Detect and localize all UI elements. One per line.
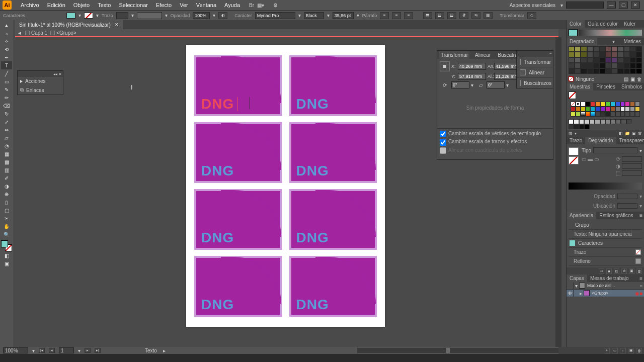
gpu-icon[interactable]: ⚙	[273, 3, 278, 8]
trash-icon[interactable]: 🗑	[636, 348, 642, 353]
eraser-tool[interactable]: ⌫	[1, 102, 12, 110]
fill-stroke-indicator[interactable]	[1, 240, 12, 251]
stub-transform[interactable]: Transformar	[517, 57, 553, 67]
tab-apariencia[interactable]: Apariencia	[567, 212, 596, 219]
y-field[interactable]: 57,918 mm	[458, 73, 486, 80]
locate-icon[interactable]: ⌖	[604, 348, 610, 353]
chevron-right-icon[interactable]: ▸	[163, 348, 166, 353]
blend-tool[interactable]: ◑	[1, 182, 12, 190]
chevron-down-icon[interactable]: ▾	[298, 13, 301, 18]
spread-field[interactable]	[622, 170, 642, 176]
gradient-stroke-icon1[interactable]: ▭	[582, 156, 586, 162]
recolor-icon[interactable]: ◐	[218, 12, 227, 19]
appearance-stroke[interactable]: Trazo	[569, 248, 642, 257]
scale-tool[interactable]: ⤢	[1, 118, 12, 126]
dup-icon[interactable]: ▣	[629, 268, 634, 274]
menu-ver[interactable]: Ver	[176, 2, 192, 8]
chevron-down-icon[interactable]: ▾	[131, 13, 134, 18]
layer-row-iso[interactable]: ▾ Modo de aisl... ○	[567, 282, 644, 290]
stroke-none-icon[interactable]	[635, 249, 641, 255]
gradient-slider[interactable]	[569, 183, 642, 190]
rotate-tool[interactable]: ↻	[1, 110, 12, 118]
angle-field[interactable]: 0°	[451, 81, 469, 88]
artboard[interactable]: DNG DNG DNG DNG DNG DNG DNG DNG	[186, 45, 385, 327]
menu-ayuda[interactable]: Ayuda	[220, 2, 244, 8]
eyedropper-tool[interactable]: ✐	[1, 174, 12, 182]
trash-icon[interactable]: 🗑	[636, 268, 642, 274]
tile-5[interactable]: DNG	[194, 189, 282, 250]
paintbrush-tool[interactable]: ✎	[1, 85, 12, 94]
stub-pathfinder[interactable]: Buscatrazos	[517, 78, 553, 88]
tab-transformar[interactable]: Transformar	[439, 51, 469, 59]
menu-icon[interactable]: ≡	[549, 51, 552, 57]
align-left-icon[interactable]: ≡	[380, 12, 389, 19]
document-tab[interactable]: Sin título-1* al 100% (RGB/Previsualizar…	[15, 20, 123, 29]
collapse-icon[interactable]: ◂◂	[53, 72, 57, 76]
type-tool[interactable]: T	[1, 61, 12, 69]
menu-edicion[interactable]: Edición	[43, 2, 69, 8]
fill-swatch[interactable]	[66, 13, 75, 19]
font-style-field[interactable]: Black	[304, 12, 324, 19]
distribute-v-icon[interactable]: ⇆	[471, 12, 480, 19]
horizontal-scrollbar[interactable]	[357, 348, 558, 353]
layer-row-group[interactable]: 👁 ▸ <Grupo> ◉■	[567, 290, 644, 297]
make-clip-icon[interactable]: ▭	[612, 348, 618, 353]
fill-color-icon[interactable]	[1, 240, 8, 247]
zoom-tool[interactable]: 🔍	[1, 230, 12, 238]
trash-icon[interactable]: 🗑	[637, 76, 642, 82]
valign-mid-icon[interactable]: ⬓	[435, 12, 444, 19]
actions-panel[interactable]: ◂◂✕ Acciones ⧉Enlaces	[17, 70, 63, 95]
zoom-field[interactable]: 100%	[3, 347, 28, 353]
target-icon[interactable]: ◉■	[635, 291, 644, 296]
trash-icon[interactable]: 🗑	[638, 131, 642, 136]
workspace-switcher[interactable]: Aspectos esenciales	[508, 3, 557, 8]
width-tool[interactable]: ⇔	[1, 126, 12, 134]
disclosure-icon[interactable]: ▾	[575, 283, 578, 289]
swatch-kind-icon[interactable]: ▾	[575, 131, 577, 136]
next-artboard-icon[interactable]: ▸	[85, 348, 91, 353]
angle-field[interactable]	[622, 156, 642, 162]
tab-symbols[interactable]: Símbolos	[618, 83, 644, 90]
swatches-panel[interactable]	[567, 90, 644, 130]
tile-7[interactable]: DNG	[194, 256, 282, 317]
tab-transparencia[interactable]: Transparencia	[616, 137, 644, 144]
menu-archivo[interactable]: Archivo	[17, 2, 43, 8]
chevron-down-icon[interactable]: ▾	[96, 13, 99, 18]
shear-field[interactable]: 0°	[487, 81, 505, 88]
menu-texto[interactable]: Texto	[94, 2, 115, 8]
tab-colorguide[interactable]: Guía de color	[585, 20, 621, 28]
new-fill-icon[interactable]: ■	[606, 268, 612, 274]
stroke-swatch[interactable]	[84, 13, 93, 19]
swatch-options-icon[interactable]: ◧	[619, 131, 623, 136]
shape-builder-tool[interactable]: ◔	[1, 142, 12, 150]
chevron-down-icon[interactable]: ▾	[213, 13, 215, 18]
chevron-down-icon[interactable]: ▾	[32, 348, 35, 353]
gradient-tool[interactable]: ▥	[1, 166, 12, 174]
artboard-number[interactable]: 1	[59, 347, 74, 353]
chevron-down-icon[interactable]: ▾	[78, 348, 80, 353]
fill-color-swatch[interactable]	[569, 29, 578, 36]
chevron-down-icon[interactable]: ▾	[357, 13, 359, 18]
visibility-icon[interactable]: 👁	[567, 290, 574, 297]
bridge-icon[interactable]: Br	[249, 3, 254, 8]
tile-3[interactable]: DNG	[194, 122, 282, 183]
lasso-tool[interactable]: ⟲	[1, 45, 12, 53]
gradient-type-field[interactable]	[593, 147, 637, 153]
paragraph-label[interactable]: Párrafo	[362, 13, 377, 18]
disclosure-icon[interactable]: ▸	[580, 291, 582, 296]
target-icon[interactable]: ○	[639, 283, 644, 289]
chevron-down-icon[interactable]: ▾	[78, 13, 81, 18]
vertical-scrollbar[interactable]	[555, 37, 561, 347]
direct-selection-tool[interactable]: ▵	[1, 29, 12, 37]
distribute-h-icon[interactable]: ⇵	[459, 12, 468, 19]
clear-icon[interactable]: ⊘	[621, 268, 627, 274]
tab-trazo[interactable]: Trazo	[567, 137, 585, 144]
tab-muestras[interactable]: Muestras	[567, 83, 593, 90]
align-right-icon[interactable]: ≡	[404, 12, 413, 19]
tab-color[interactable]: Color	[567, 20, 585, 28]
menu-objeto[interactable]: Objeto	[69, 2, 94, 8]
chevron-down-icon[interactable]: ▾	[639, 148, 642, 153]
stop-location-field[interactable]	[617, 203, 637, 209]
mesh-tool[interactable]: ▩	[1, 158, 12, 166]
prev-artboard-icon[interactable]: ◂	[49, 348, 55, 353]
